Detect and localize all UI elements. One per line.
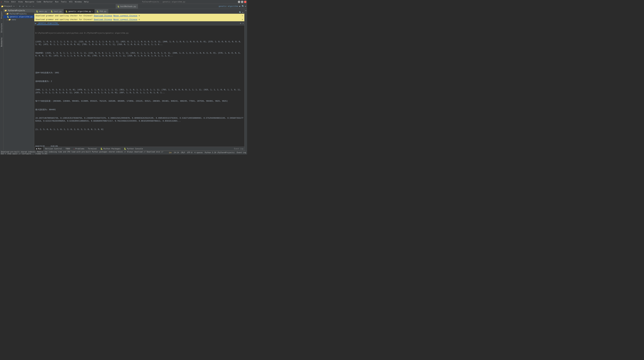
tree-genetic[interactable]: 🐍 genetic algorithm.py: [4, 15, 34, 18]
bottom-tab-vcs[interactable]: Version Control: [44, 147, 64, 151]
notif-dismiss-1[interactable]: ×: [242, 15, 243, 17]
bottom-tab-python-console[interactable]: 🐍 Python Console: [122, 147, 145, 151]
bottom-tab-run[interactable]: ▶ Run: [34, 147, 44, 151]
output-command-line: D:\PyCharmProjects\venv\Scripts\python.e…: [35, 32, 243, 35]
tab-genetic-py[interactable]: 🐍 genetic algorithm.py ×: [64, 9, 95, 14]
toolbar-more-icon[interactable]: ⋯: [32, 5, 35, 8]
menu-navigate[interactable]: Navigate: [24, 0, 35, 3]
run-play-btn[interactable]: ▶: [240, 5, 240, 8]
window-close[interactable]: ×: [244, 1, 246, 3]
run-tabs-bar: ▶ genetic algorithm ⚙ ×: [34, 21, 244, 26]
output-line-3: [948, 1, 1, 1, 0, 1, 0, 1, 1, 0, 0], [47…: [35, 88, 243, 94]
menu-run[interactable]: Run: [54, 0, 60, 3]
tab-main-py[interactable]: 🐍 main.py: [34, 9, 49, 14]
output-prob: [0.10371467805665736, 0.1305353537836079…: [35, 117, 243, 122]
toolbar-minus-icon[interactable]: −: [29, 5, 32, 8]
notif-text-1: Download grammar and spelling checker fo…: [36, 15, 92, 17]
tab-pso-py[interactable]: 🐍 PSO.py: [95, 9, 108, 14]
window-minimize[interactable]: −: [238, 1, 240, 3]
status-python[interactable]: Python 3.10 (PyCharmProjects): [205, 152, 235, 154]
left-tab-bookmarks[interactable]: Bookmarks: [0, 37, 3, 47]
tree-venv[interactable]: ▶ 📁 venv: [4, 18, 34, 21]
notif-settings-icon-1[interactable]: ⚙: [139, 15, 140, 17]
output-line-1: [[635, 1, 0, 6, 1, 1, 1, 1, 0, 1, 1], [1…: [35, 40, 243, 46]
menu-view[interactable]: View: [17, 0, 24, 3]
toolbar: 📁 Project ▾ | ⚙ ↺ + − ⋯ 🐍 testMethods.py…: [0, 4, 247, 9]
status-position[interactable]: 24:14: [174, 152, 179, 154]
never-chinese-link-2[interactable]: Never suggest Chinese: [114, 18, 137, 21]
project-header: 📁 PyCharmProjects: [4, 9, 34, 12]
python-packages-icon: 🐍: [100, 148, 103, 150]
window-maximize[interactable]: □: [241, 1, 243, 3]
tree-venv-icon: 📁: [8, 19, 11, 21]
tree-root[interactable]: ▼ 📁 PyCharmProjects: [4, 12, 34, 15]
toolbar-search-icon[interactable]: 🔍: [242, 5, 244, 8]
output-blank-2: [35, 137, 243, 140]
tab-main-icon: 🐍: [36, 10, 38, 13]
never-chinese-link-1[interactable]: Never suggest Chinese: [114, 15, 137, 17]
output-area[interactable]: D:\PyCharmProjects\venv\Scripts\python.e…: [34, 26, 244, 147]
notif-settings-icon-2[interactable]: ⚙: [139, 18, 140, 21]
menu-file[interactable]: File: [3, 0, 10, 3]
download-chinese-link-1[interactable]: Download Chinese: [94, 15, 112, 17]
bottom-tab-terminal[interactable]: Terminal: [86, 147, 99, 151]
menu-help[interactable]: Help: [83, 0, 90, 3]
status-line-sep[interactable]: CRLF: [181, 152, 185, 154]
app-wrapper: ✦ File Edit View Navigate Code Refactor …: [0, 0, 247, 155]
tab-genetic-close[interactable]: ×: [92, 11, 93, 12]
run-config-label: genetic algorithm: [218, 5, 238, 8]
editor-top-icons: 🔍 ⚙: [238, 11, 244, 14]
right-panel: 🐍 main.py 🐍 test.py 🐍 genetic algorithm.…: [34, 9, 244, 151]
toolbar-refresh-icon[interactable]: ↺: [22, 5, 24, 8]
output-max-fitness: 最大适应度为: 904401: [35, 108, 243, 111]
tree-folder-icon: 📁: [6, 13, 9, 15]
bottom-tab-todo[interactable]: TODO: [64, 147, 72, 151]
menu-code[interactable]: Code: [36, 0, 42, 3]
event-log-btn[interactable]: Event Log: [233, 148, 244, 150]
notif-dismiss-2[interactable]: ×: [242, 18, 243, 21]
run-close-icon[interactable]: ×: [242, 22, 244, 24]
left-tab-structure[interactable]: Structure: [0, 23, 3, 33]
left-vertical-tabs: Project Structure Bookmarks: [0, 9, 4, 151]
toolbar-settings-icon[interactable]: ⚙: [18, 5, 21, 8]
editor-settings-icon[interactable]: ⚙: [242, 11, 243, 14]
menu-vcs[interactable]: VCS: [68, 0, 74, 3]
right-sidebar: ≡: [244, 9, 247, 151]
python-console-icon: 🐍: [124, 148, 126, 150]
editor-search-icon[interactable]: 🔍: [239, 11, 242, 14]
project-header-icon: 📁: [4, 10, 7, 12]
status-encoding[interactable]: UTF-8: [187, 152, 192, 154]
tab-test-py[interactable]: 🐍 test.py: [49, 9, 64, 14]
bottom-tabs: ▶ Run Version Control TODO ⚠ Problems Te: [34, 147, 244, 151]
tree-file-icon: 🐍: [7, 16, 9, 18]
notif-text-2: Download grammar and spelling checker fo…: [36, 18, 92, 21]
project-panel: 📁 PyCharmProjects ▼ 📁 PyCharmProjects 🐍 …: [4, 9, 34, 151]
menu-refactor[interactable]: Refactor: [42, 0, 54, 3]
status-event-log[interactable]: Event Log: [237, 152, 246, 154]
bottom-tab-problems[interactable]: ⚠ Problems: [72, 147, 86, 151]
menu-tools[interactable]: Tools: [60, 0, 68, 3]
status-message: Download pre-built shared indexes: Reduc…: [1, 151, 168, 155]
bottom-tab-python-packages[interactable]: 🐍 Python Packages: [99, 147, 122, 151]
app-logo: ✦: [1, 1, 2, 3]
status-sougou[interactable]: S中: [169, 152, 172, 154]
file-tabs-row: 🐍 main.py 🐍 test.py 🐍 genetic algorithm.…: [34, 9, 244, 14]
download-chinese-link-2[interactable]: Download Chinese: [94, 18, 112, 21]
toolbar-plus-icon[interactable]: +: [25, 5, 28, 8]
left-tab-project[interactable]: Project: [0, 11, 3, 19]
window-title: PyCharmProjects - genetic algorithm.py: [90, 1, 238, 3]
tree-genetic-label: genetic algorithm.py: [10, 16, 32, 18]
tree-arrow: ▼: [5, 13, 6, 15]
right-side-icon-1[interactable]: ≡: [245, 10, 246, 12]
tab-testmethods[interactable]: 🐍 testMethods.py: [116, 4, 138, 9]
menu-window[interactable]: Window: [74, 0, 83, 3]
run-gear-icon[interactable]: ⚙: [240, 22, 241, 24]
output-select-arr: [1, 2, 5, 0, 6, 1, 1, 0, 1, 2, 0, 2, 0, …: [35, 128, 243, 131]
run-tab-genetic[interactable]: genetic algorithm: [37, 22, 59, 25]
status-indent[interactable]: 4 spaces: [194, 152, 203, 154]
tab-pso-icon: 🐍: [96, 10, 99, 13]
toolbar-config-icon[interactable]: ⚙: [245, 5, 246, 8]
output-max-info: 该种个体信息最大为: 1001: [35, 71, 243, 74]
project-label[interactable]: Project ▾: [4, 5, 14, 8]
menu-edit[interactable]: Edit: [10, 0, 17, 3]
